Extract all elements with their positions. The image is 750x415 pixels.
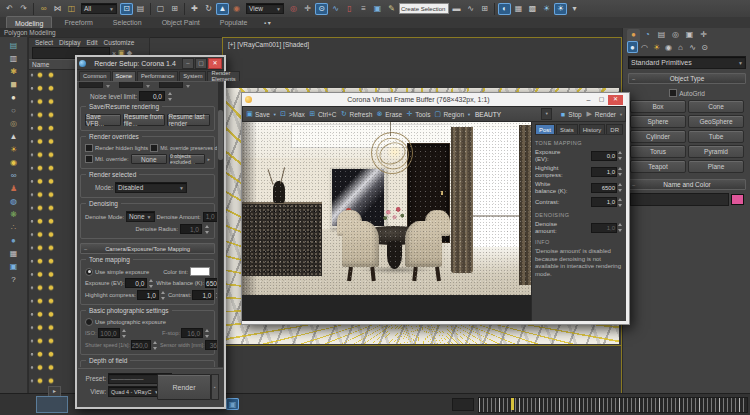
denoise-amount-field[interactable]: 1,0: [203, 212, 217, 222]
material-editor-icon[interactable]: ◐: [498, 3, 511, 15]
helpers-category-icon[interactable]: ⌂: [675, 41, 686, 53]
teapot-button[interactable]: Teapot: [630, 160, 686, 173]
close-button[interactable]: ✕: [208, 58, 222, 69]
ribbon-tab-selection[interactable]: Selection: [105, 17, 150, 29]
denoise-mode-dropdown[interactable]: None▼: [126, 211, 155, 222]
character-icon[interactable]: ♟: [7, 182, 20, 194]
render-flyout-icon[interactable]: ▼: [619, 112, 623, 117]
vfb-whitebalance-field[interactable]: 6500: [591, 183, 617, 193]
systems-category-icon[interactable]: ⊙: [699, 41, 710, 53]
foliage-icon[interactable]: ❋: [7, 208, 20, 220]
light-sphere-icon[interactable]: ◉: [7, 156, 20, 168]
primitives-dropdown[interactable]: Standard Primitives ▼: [628, 56, 746, 69]
undo-icon[interactable]: ↶: [3, 3, 16, 15]
pyramid-button[interactable]: Pyramid: [688, 145, 744, 158]
save-vfb-button[interactable]: Save VFB...: [85, 114, 121, 126]
timeline-trackbar[interactable]: [478, 397, 748, 413]
curve-editor-icon[interactable]: ∿: [464, 3, 477, 15]
viewport-lower-quad[interactable]: [222, 345, 622, 395]
simple-exposure-option[interactable]: Use simple exposure: [85, 268, 149, 276]
snap-toggle-icon[interactable]: ⊙: [315, 3, 328, 15]
motion-tab-icon[interactable]: ◎: [669, 29, 682, 41]
geosphere-button[interactable]: GeoSphere: [688, 115, 744, 128]
select-move-icon[interactable]: ✚: [188, 3, 201, 15]
plane-button[interactable]: Plane: [688, 160, 744, 173]
primitive-box-icon[interactable]: ◼: [7, 78, 20, 90]
select-by-name-icon[interactable]: ▤: [134, 3, 147, 15]
sensor-width-field[interactable]: 36,0: [205, 340, 217, 350]
hierarchy-tab-icon[interactable]: ▤: [655, 29, 668, 41]
vfb-titlebar[interactable]: Corona Virtual Frame Buffer (768×432px, …: [242, 93, 626, 106]
layer-manager-icon[interactable]: ▣: [371, 3, 384, 15]
grid-tool-icon[interactable]: ▦: [7, 247, 20, 259]
region-label[interactable]: Region: [443, 111, 464, 118]
copy-label[interactable]: Ctrl+C: [318, 111, 337, 118]
render-setup-icon[interactable]: ▦: [512, 3, 525, 15]
clipped-field[interactable]: [119, 82, 143, 88]
channel-selector[interactable]: BEAUTY: [475, 111, 501, 118]
exclude-flyout-icon[interactable]: ▸: [207, 156, 210, 162]
to-max-icon[interactable]: ⊡: [279, 110, 288, 119]
shapes-category-icon[interactable]: ◠: [639, 41, 650, 53]
simple-exposure-radio[interactable]: [85, 268, 93, 276]
exposure-field[interactable]: 0,0: [125, 278, 147, 288]
spinner[interactable]: [618, 151, 623, 160]
toggle-ribbon-icon[interactable]: ▬: [450, 3, 463, 15]
save-icon[interactable]: ▣: [245, 110, 254, 119]
vfb-denoise-field[interactable]: 1,0: [591, 223, 617, 233]
redo-icon[interactable]: ↷: [17, 3, 30, 15]
ribbon-tab-populate[interactable]: Populate: [212, 17, 256, 29]
start-render-icon[interactable]: ▶: [585, 110, 594, 119]
rendered-frame-window-icon[interactable]: ▩: [526, 3, 539, 15]
mtl-override-none-button[interactable]: None: [131, 154, 167, 164]
torus-button[interactable]: Torus: [630, 145, 686, 158]
channel-dropdown-icon[interactable]: ▼: [541, 108, 552, 120]
tools-icon[interactable]: ✛: [405, 110, 414, 119]
create-tab-icon[interactable]: ●: [627, 29, 640, 41]
render-selected-mode-dropdown[interactable]: Disabled▼: [115, 182, 187, 193]
selection-lock-button[interactable]: [36, 396, 68, 413]
tools-label[interactable]: Tools: [415, 111, 430, 118]
tube-button[interactable]: Tube: [688, 130, 744, 143]
tab-common[interactable]: Common: [79, 71, 111, 81]
frame-number-box[interactable]: [452, 398, 474, 411]
polygon-modeling-label[interactable]: Polygon Modeling: [4, 29, 56, 36]
explorer-menu-edit[interactable]: Edit: [86, 39, 97, 46]
spinner[interactable]: [618, 167, 623, 176]
name-color-rollout[interactable]: − Name and Color: [628, 179, 746, 190]
sunlight-icon[interactable]: ☀: [7, 143, 20, 155]
white-balance-field[interactable]: 6500,0: [205, 278, 217, 288]
erase-icon[interactable]: ⊗: [375, 110, 384, 119]
tab-performance[interactable]: Performance: [137, 71, 178, 81]
viewport-label[interactable]: [+] [VRayCam001] [Shaded]: [228, 41, 309, 48]
spinner[interactable]: [122, 329, 127, 338]
preserve-displacement-option[interactable]: Mtl. override preserves displacement: [150, 144, 217, 152]
reference-coordinate-dropdown[interactable]: View▼: [246, 3, 284, 14]
named-selection-sets-input[interactable]: [399, 3, 449, 14]
start-render-label[interactable]: Render: [595, 111, 616, 118]
noise-level-spinner[interactable]: [168, 92, 173, 101]
vfb-minimize-button[interactable]: –: [582, 95, 595, 105]
schematic-view-icon[interactable]: ⊞: [478, 3, 491, 15]
rectangular-selection-icon[interactable]: ▢: [154, 3, 167, 15]
bind-spacewarp-icon[interactable]: ◫: [65, 3, 78, 15]
cameras-category-icon[interactable]: ◉: [663, 41, 674, 53]
fstop-field[interactable]: 16,0: [181, 328, 203, 338]
vfb-highlight-field[interactable]: 1,0: [591, 167, 617, 177]
clipped-field[interactable]: [159, 82, 183, 88]
render-flyout-button[interactable]: ▪: [211, 374, 219, 400]
ribbon-overflow-icon[interactable]: ▪ ▾: [259, 17, 275, 29]
mtl-override-option[interactable]: Mtl. override:: [85, 155, 129, 163]
ribbon-tab-object-paint[interactable]: Object Paint: [154, 17, 208, 29]
explorer-menu-customize[interactable]: Customize: [104, 39, 135, 46]
view-dropdown[interactable]: Quad 4 - VRayC▼: [108, 386, 162, 397]
viewport-layout-icon[interactable]: ▤: [7, 39, 20, 51]
save-flyout-icon[interactable]: ▼: [273, 112, 277, 117]
time-slider-marker[interactable]: [511, 398, 514, 410]
cylinder-button[interactable]: Cylinder: [630, 130, 686, 143]
container-icon[interactable]: ▣: [7, 260, 20, 272]
shutter-field[interactable]: 250,0: [131, 340, 151, 350]
box-button[interactable]: Box: [630, 100, 686, 113]
spray-icon[interactable]: ∴: [7, 221, 20, 233]
stop-icon[interactable]: ■: [558, 110, 567, 119]
